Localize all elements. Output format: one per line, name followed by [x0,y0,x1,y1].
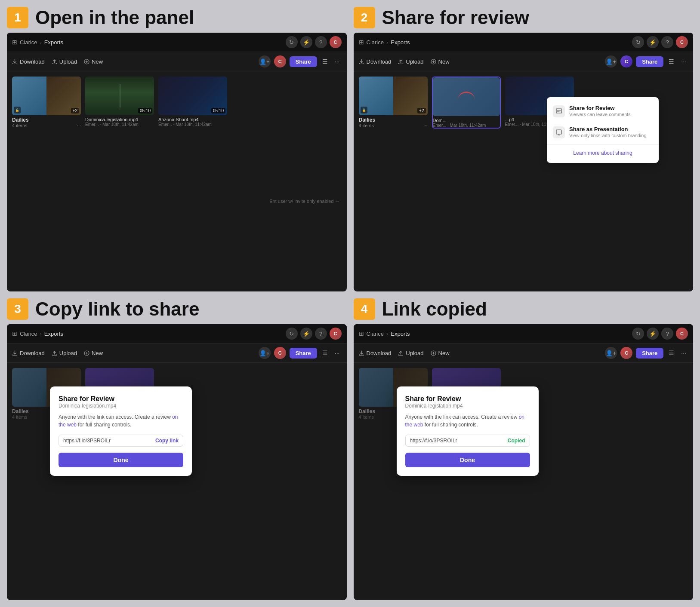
lock-icon-1: 🔒 [14,107,21,113]
upload-btn-1[interactable]: Upload [52,58,77,65]
refresh-btn-3[interactable]: ↻ [286,328,298,340]
refresh-btn-1[interactable]: ↻ [286,36,298,48]
step-header-3: 3 Copy link to share [7,298,347,320]
more-btn-4[interactable]: ··· [679,349,688,357]
copy-link-btn-3[interactable]: Copy link [155,438,179,444]
download-btn-1[interactable]: Download [12,58,45,65]
user-avatar-3: C [274,347,286,359]
quadrant-4: 4 Link copied ⊞ Clarice › Exports ↻ ⚡ ? … [354,298,694,600]
upload-btn-2[interactable]: Upload [398,58,423,65]
download-btn-4[interactable]: Download [359,350,392,356]
top-bar-left-4: ⊞ Clarice › Exports [359,330,629,337]
file-thumb-arizona-1: 05:10 [158,77,227,115]
breadcrumb-folder-4: Exports [391,331,410,337]
share-btn-4[interactable]: Share [636,348,663,359]
more-icon-folder[interactable]: ··· [77,123,81,128]
upload-btn-4[interactable]: Upload [398,350,423,356]
download-btn-3[interactable]: Download [12,350,45,356]
folder-thumb-dailies-1: 🔒 +2 [12,77,81,115]
avatar-4: C [676,328,688,340]
modal-overlay-4: Share for Review Dominica-legislation.mp… [354,363,694,518]
list-view-btn-3[interactable]: ☰ [321,349,330,357]
review-item-title: Share for Review [569,105,631,111]
top-bar-1: ⊞ Clarice › Exports ↻ ⚡ ? C [7,33,347,52]
grid-icon-2: ⊞ [359,39,364,46]
toolbar-1: Download Upload New 👤+ C Share ☰ ··· [7,52,347,71]
grid-icon-4: ⊞ [359,330,364,337]
folder-dailies-2[interactable]: 🔒 +2 Dailies 4 items ··· [359,77,428,129]
user-avatar-1: C [274,55,286,67]
file-name-arizona-1: Arizona Shoot.mp4 [158,117,227,122]
bolt-btn-2[interactable]: ⚡ [647,36,659,48]
list-view-btn-1[interactable]: ☰ [321,57,330,66]
more-btn-2[interactable]: ··· [679,57,688,66]
list-view-btn-2[interactable]: ☰ [667,57,676,66]
avatar-3: C [330,328,342,340]
refresh-btn-2[interactable]: ↻ [632,36,644,48]
add-member-btn-1[interactable]: 👤+ [259,55,271,67]
toolbar-right-1: 👤+ C Share ☰ ··· [259,55,342,67]
help-btn-1[interactable]: ? [315,36,327,48]
upload-btn-3[interactable]: Upload [52,350,77,356]
app-window-3: ⊞ Clarice › Exports ↻ ⚡ ? C Download Upl… [7,324,347,600]
more-btn-1[interactable]: ··· [333,57,342,66]
top-bar-left-1: ⊞ Clarice › Exports [12,39,282,46]
learn-more-link[interactable]: Learn more about sharing [547,147,659,159]
breadcrumb-sep-1: › [40,39,41,46]
content-area-4: Dailies 4 items Share for Review Dominic… [354,363,694,518]
review-icon [553,105,565,117]
add-member-btn-2[interactable]: 👤+ [605,55,617,67]
more-icon-folder-2[interactable]: ··· [423,123,427,128]
new-btn-1[interactable]: New [84,58,103,65]
presentation-item-sub: View-only links with custom branding [569,133,647,138]
file-meta-arizona-1: Emer... · Mar 18th, 11:42am [158,122,227,127]
help-btn-3[interactable]: ? [315,328,327,340]
step-number-4: 4 [354,298,375,320]
step-number-2: 2 [354,7,375,28]
toolbar-right-4: 👤+ C Share ☰ ··· [605,347,688,359]
modal-link-row-3: https://f.io/3PSROILr Copy link [59,435,183,447]
avatar-1: C [330,36,342,48]
modal-desc-3: Anyone with the link can access. Create … [59,413,183,429]
share-for-review-item[interactable]: Share for Review Viewers can leave comme… [547,101,659,122]
refresh-btn-4[interactable]: ↻ [632,328,644,340]
file-dominica-2-selected[interactable]: Dom... Emer... · Mar 18th, 11:42am [432,77,501,129]
copied-btn-4[interactable]: Copied [508,438,525,444]
toolbar-right-2: 👤+ C Share ☰ ··· [605,55,688,67]
breadcrumb-sep-2: › [386,39,388,46]
help-btn-4[interactable]: ? [661,328,673,340]
more-btn-3[interactable]: ··· [333,349,342,357]
download-btn-2[interactable]: Download [359,58,392,65]
add-member-btn-4[interactable]: 👤+ [605,347,617,359]
bolt-btn-4[interactable]: ⚡ [647,328,659,340]
user-avatar-4: C [620,347,632,359]
new-btn-3[interactable]: New [84,350,103,356]
folder-name-dailies-2: Dailies [359,117,428,123]
breadcrumb-user-2: Clarice [367,39,384,46]
share-as-presentation-item[interactable]: Share as Presentation View-only links wi… [547,122,659,143]
help-btn-2[interactable]: ? [661,36,673,48]
top-bar-left-3: ⊞ Clarice › Exports [12,330,282,337]
modal-subtitle-4: Dominica-legislation.mp4 [405,403,530,409]
file-arizona-1[interactable]: 05:10 Arizona Shoot.mp4 Emer... · Mar 18… [158,77,227,128]
lock-icon-2: 🔒 [361,107,367,113]
list-view-btn-4[interactable]: ☰ [667,349,676,357]
file-thumb-dominica-2 [433,77,500,116]
done-btn-3[interactable]: Done [59,453,183,467]
bolt-btn-1[interactable]: ⚡ [300,36,312,48]
file-dominica-1[interactable]: 05:10 Dominica-legislation.mp4 Emer... ·… [85,77,154,128]
done-btn-4[interactable]: Done [405,453,530,467]
step-header-1: 1 Open in the panel [7,7,347,28]
folder-dailies-1[interactable]: 🔒 +2 Dailies 4 items ··· [12,77,81,128]
toolbar-4: Download Upload New 👤+ C Share ☰ ··· [354,343,694,363]
share-btn-2[interactable]: Share [636,56,663,67]
bolt-btn-3[interactable]: ⚡ [300,328,312,340]
add-member-btn-3[interactable]: 👤+ [259,347,271,359]
step-number-3: 3 [7,298,28,320]
new-btn-2[interactable]: New [431,58,450,65]
share-btn-3[interactable]: Share [290,348,317,359]
new-btn-4[interactable]: New [431,350,450,356]
share-modal-4: Share for Review Dominica-legislation.mp… [397,386,539,476]
folder-thumb-dailies-2: 🔒 +2 [359,77,428,115]
share-btn-1[interactable]: Share [290,56,317,67]
